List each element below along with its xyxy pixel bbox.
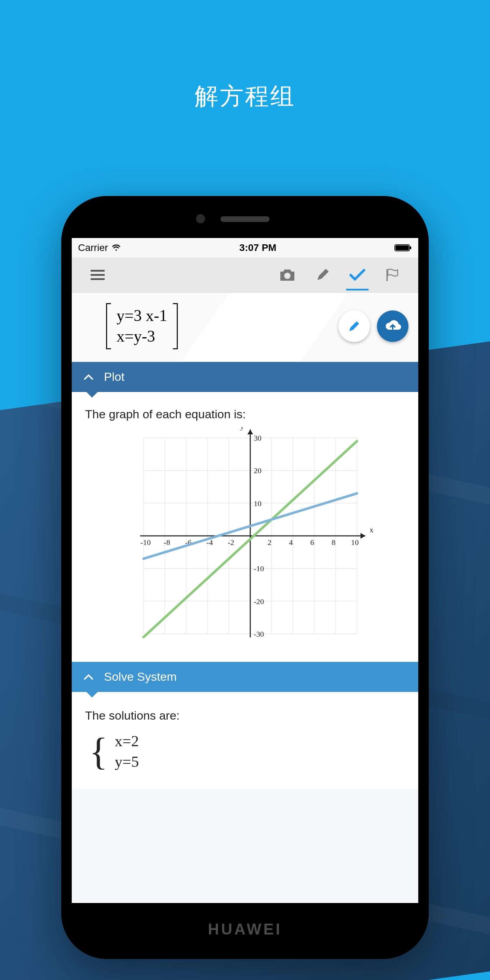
check-icon [349,269,365,282]
svg-text:-30: -30 [254,630,264,638]
svg-text:-10: -10 [140,538,151,547]
svg-text:20: 20 [254,466,261,475]
solve-title: Solve System [104,670,177,684]
edit-equation-button[interactable] [339,310,370,342]
app-toolbar [72,258,418,293]
status-bar: Carrier 3:07 PM [72,238,418,258]
equation-plot: -10-8-6-4-2246810-30-20-10102030xy [112,427,378,651]
phone-screen: Carrier 3:07 PM [72,238,418,903]
svg-point-6 [284,273,291,279]
flag-icon [385,268,400,282]
svg-text:2: 2 [268,538,272,547]
equation-line-1: y=3 x-1 [116,307,167,325]
menu-button[interactable] [80,258,115,293]
svg-text:-2: -2 [228,538,234,547]
svg-rect-4 [91,274,105,276]
wifi-icon [111,244,121,251]
phone-mockup: HUAWEI Carrier 3:07 PM [61,196,429,959]
chevron-up-icon [81,370,95,384]
svg-text:4: 4 [289,538,293,547]
plot-header[interactable]: Plot [72,362,418,392]
plot-title: Plot [104,370,125,383]
phone-brand: HUAWEI [61,921,429,938]
chevron-up-icon [81,670,95,684]
page-title: 解方程组 [0,81,490,112]
carrier-label: Carrier [78,242,108,253]
plot-description: The graph of each equation is: [85,407,405,421]
svg-text:30: 30 [254,434,261,442]
solutions-panel: The solutions are: { x=2 y=5 [72,692,418,789]
svg-text:8: 8 [332,538,336,547]
svg-text:y: y [240,427,244,431]
camera-icon [279,268,296,282]
svg-rect-3 [91,270,105,272]
pencil-icon [315,268,329,282]
phone-sensor [196,214,205,223]
cloud-upload-icon [383,319,402,333]
equation-line-2: x=y-3 [116,327,167,346]
svg-text:6: 6 [310,538,314,547]
phone-speaker [221,216,269,222]
solutions-description: The solutions are: [85,709,405,722]
svg-text:10: 10 [351,538,359,547]
battery-icon [395,244,412,251]
equation-box: y=3 x-1 x=y-3 [106,303,178,349]
svg-text:10: 10 [254,499,261,508]
solve-header[interactable]: Solve System [72,662,418,692]
edit-button[interactable] [305,258,340,293]
svg-text:-20: -20 [254,597,264,606]
plot-panel: The graph of each equation is: -10-8-6-4… [72,392,418,662]
svg-rect-2 [410,247,411,249]
cloud-upload-button[interactable] [377,310,409,342]
camera-button[interactable] [270,258,305,293]
svg-text:-8: -8 [164,538,170,547]
solutions-box: { x=2 y=5 [89,731,405,772]
flag-button[interactable] [375,258,410,293]
svg-text:-10: -10 [254,564,264,573]
solution-x: x=2 [115,731,139,751]
brace-icon: { [89,734,108,769]
svg-text:x: x [370,525,374,534]
solution-y: y=5 [115,751,139,772]
svg-rect-1 [396,245,409,250]
pencil-icon [347,318,362,334]
equation-area: y=3 x-1 x=y-3 [72,293,418,362]
svg-rect-5 [91,278,105,280]
hamburger-icon [91,270,105,280]
clock-label: 3:07 PM [121,242,395,253]
check-button[interactable] [340,258,375,293]
